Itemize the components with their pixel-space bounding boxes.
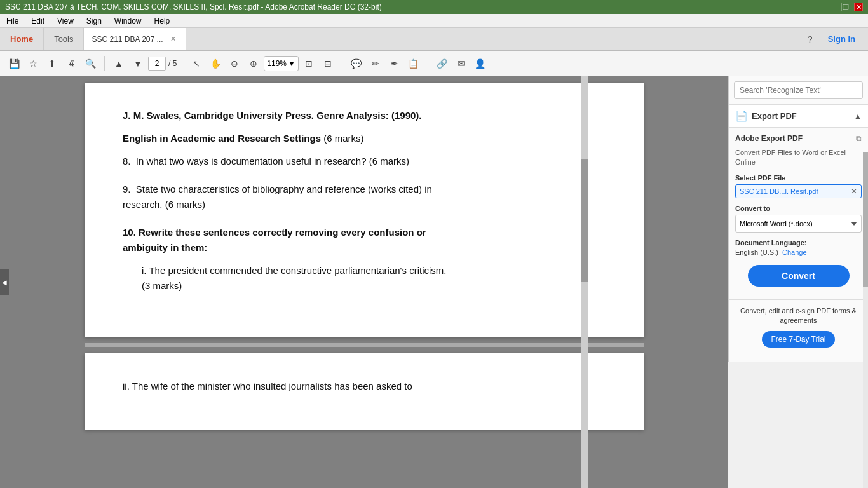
menu-edit[interactable]: Edit <box>29 15 47 27</box>
page-separator: / 5 <box>168 59 177 68</box>
export-pdf-section: 📄 Export PDF ▲ Adobe Export PDF ⧉ Conver… <box>729 105 868 362</box>
doc-lang-label: Document Language: <box>735 239 862 247</box>
toolbar-sep-1 <box>104 56 105 71</box>
collapse-arrow-icon[interactable]: ▲ <box>854 112 862 121</box>
comment-icon[interactable]: 💬 <box>348 55 365 72</box>
title-bar: SSC 211 DBA 207 â TECH. COM. SKILLS COM.… <box>0 0 868 14</box>
menu-help[interactable]: Help <box>152 15 173 27</box>
pdf-viewer: ◀ J. M. Swales, Cambridge University Pre… <box>0 76 728 488</box>
fit-page-icon[interactable]: ⊡ <box>300 55 318 72</box>
close-button[interactable]: ✕ <box>854 3 863 11</box>
toolbar-left-group: 💾 ☆ ⬆ 🖨 🔍 <box>5 55 99 72</box>
pdf-line-6: i. The president commended the construct… <box>142 263 606 294</box>
toolbar-share-group: 🔗 ✉ 👤 <box>433 55 489 72</box>
convert-to-label: Convert to <box>735 205 862 212</box>
right-panel-scrollbar-thumb[interactable] <box>863 152 868 287</box>
export-pdf-icon: 📄 <box>735 110 748 122</box>
pdf-pages[interactable]: J. M. Swales, Cambridge University Press… <box>0 76 728 488</box>
bookmark-icon[interactable]: ☆ <box>24 55 42 72</box>
share-icon[interactable]: 👤 <box>471 55 489 72</box>
pdf-page-content-2: ii. The wife of the minister who insulte… <box>123 379 606 394</box>
toolbar-sep-4 <box>428 56 428 71</box>
save-icon[interactable]: 💾 <box>5 55 23 72</box>
tab-right-icons: ? Sign In <box>800 28 868 50</box>
tab-home[interactable]: Home <box>0 28 44 50</box>
pdf-line-1: J. M. Swales, Cambridge University Press… <box>123 108 606 123</box>
copy-icon[interactable]: ⧉ <box>856 134 862 143</box>
doc-lang-change-link[interactable]: Change <box>782 248 807 256</box>
zoom-box[interactable]: 119% ▼ <box>264 56 299 71</box>
tab-spacer <box>186 28 800 50</box>
pdf-scrollbar-thumb[interactable] <box>581 159 588 282</box>
next-page-icon[interactable]: ▼ <box>129 55 147 72</box>
convert-button[interactable]: Convert <box>748 265 850 287</box>
main-layout: ◀ J. M. Swales, Cambridge University Pre… <box>0 76 868 488</box>
zoom-in-icon[interactable]: ⊕ <box>245 55 262 72</box>
pdf-scrollbar[interactable] <box>581 76 588 488</box>
tab-document[interactable]: SSC 211 DBA 207 ... ✕ <box>84 28 186 50</box>
zoom-dropdown-icon[interactable]: ▼ <box>288 59 295 68</box>
pdf-line-4: 9. State two characteristics of bibliogr… <box>123 182 606 212</box>
promo-text: Convert, edit and e-sign PDF forms & agr… <box>735 306 862 326</box>
prev-page-icon[interactable]: ▲ <box>110 55 128 72</box>
left-panel-toggle[interactable]: ◀ <box>0 269 9 295</box>
pdf-page-1: J. M. Swales, Cambridge University Press… <box>85 83 644 337</box>
tab-close-button[interactable]: ✕ <box>168 34 178 44</box>
pen-icon[interactable]: ✏ <box>367 55 384 72</box>
pdf-page-2: ii. The wife of the minister who insulte… <box>85 353 644 430</box>
right-panel: 📄 Export PDF ▲ Adobe Export PDF ⧉ Conver… <box>728 76 868 362</box>
select-pdf-label: Select PDF File <box>735 174 862 182</box>
right-panel-scrollbar[interactable] <box>863 152 868 488</box>
pdf-line-7: ii. The wife of the minister who insulte… <box>123 379 606 394</box>
email-icon[interactable]: ✉ <box>452 55 470 72</box>
adobe-export-section: Adobe Export PDF ⧉ Convert PDF Files to … <box>729 128 868 299</box>
toolbar-annotation-group: 💬 ✏ ✒ 📋 <box>348 55 423 72</box>
pdf-line-3: 8. In what two ways is documentation use… <box>123 154 606 169</box>
restore-button[interactable]: ❐ <box>841 3 850 11</box>
print-icon[interactable]: 🖨 <box>62 55 80 72</box>
toolbar: 💾 ☆ ⬆ 🖨 🔍 ▲ ▼ / 5 ↖ ✋ ⊖ ⊕ 119% ▼ ⊡ ⊟ 💬 ✏… <box>0 51 868 76</box>
page-number-input[interactable] <box>148 57 166 71</box>
file-chip: SSC 211 DB...l. Resit.pdf ✕ <box>735 184 862 198</box>
highlight-icon[interactable]: ✒ <box>386 55 403 72</box>
page-separator <box>85 343 644 347</box>
file-chip-remove-button[interactable]: ✕ <box>851 187 857 196</box>
title-bar-text: SSC 211 DBA 207 â TECH. COM. SKILLS COM.… <box>5 3 382 11</box>
navigate-up-icon[interactable]: ⬆ <box>43 55 61 72</box>
zoom-out-icon[interactable]: ⊖ <box>226 55 243 72</box>
menu-sign[interactable]: Sign <box>84 15 104 27</box>
hand-tool-icon[interactable]: ✋ <box>207 55 224 72</box>
minimize-button[interactable]: – <box>829 3 837 11</box>
export-header: 📄 Export PDF ▲ <box>729 105 868 128</box>
export-pdf-title: Export PDF <box>752 111 797 121</box>
doc-lang-section: Document Language: English (U.S.) Change <box>735 239 862 256</box>
pdf-line-2: English in Academic and Research Setting… <box>123 131 606 146</box>
title-bar-controls: – ❐ ✕ <box>829 3 863 11</box>
right-panel-wrapper: 📄 Export PDF ▲ Adobe Export PDF ⧉ Conver… <box>728 76 868 488</box>
help-icon[interactable]: ? <box>808 34 813 44</box>
tab-bar: Home Tools SSC 211 DBA 207 ... ✕ ? Sign … <box>0 28 868 51</box>
bottom-promo: Convert, edit and e-sign PDF forms & agr… <box>729 299 868 354</box>
pdf-line-5: 10. Rewrite these sentences correctly re… <box>123 225 606 255</box>
marquee-tool-icon[interactable]: ⊟ <box>319 55 337 72</box>
search-bar <box>729 76 868 105</box>
doc-lang-value: English (U.S.) Change <box>735 248 862 256</box>
convert-to-select[interactable]: Microsoft Word (*.docx) <box>735 215 862 233</box>
menu-file[interactable]: File <box>4 15 21 27</box>
menu-bar: File Edit View Sign Window Help <box>0 14 868 28</box>
toolbar-tool-group: ↖ ✋ ⊖ ⊕ 119% ▼ ⊡ ⊟ <box>187 55 337 72</box>
search-input[interactable] <box>734 81 863 99</box>
stamp-icon[interactable]: 📋 <box>405 55 423 72</box>
pdf-page-content-1: J. M. Swales, Cambridge University Press… <box>123 108 606 294</box>
sign-in-button[interactable]: Sign In <box>823 34 860 44</box>
file-chip-name: SSC 211 DB...l. Resit.pdf <box>740 187 847 195</box>
link-icon[interactable]: 🔗 <box>433 55 451 72</box>
menu-view[interactable]: View <box>55 15 76 27</box>
free-trial-button[interactable]: Free 7-Day Trial <box>762 331 834 348</box>
tab-tools[interactable]: Tools <box>44 28 84 50</box>
zoom-value: 119% <box>267 59 287 68</box>
menu-window[interactable]: Window <box>112 15 144 27</box>
page-nav: / 5 <box>148 57 177 71</box>
select-tool-icon[interactable]: ↖ <box>187 55 205 72</box>
search-icon[interactable]: 🔍 <box>81 55 99 72</box>
